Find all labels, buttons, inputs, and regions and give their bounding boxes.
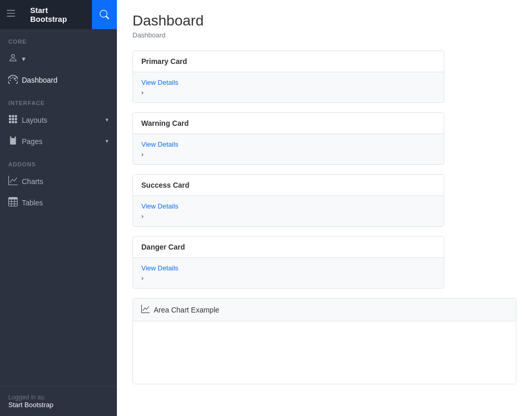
warning-card-chevron: › [141,150,435,158]
primary-card-link[interactable]: View Details [141,79,435,86]
danger-card-title: Danger Card [141,243,185,251]
section-label-core: CORE [0,29,117,48]
sidebar-item-tables-label: Tables [22,199,43,207]
sidebar: Start Bootstrap CORE ▾ Dashboard INTERFA… [0,0,117,416]
primary-card-body: View Details › [133,72,444,102]
sidebar-header: Start Bootstrap [0,0,117,29]
sidebar-item-pages-label: Pages [22,137,43,146]
success-card-header: Success Card [133,175,444,196]
success-card-title: Success Card [141,181,190,189]
danger-card: Danger Card View Details › [132,236,444,289]
warning-card-link[interactable]: View Details [141,140,435,148]
section-label-interface: INTERFACE [0,90,117,109]
primary-card-chevron: › [141,88,435,96]
chevron-down-icon: ▾ [105,138,109,145]
sidebar-item-dashboard[interactable]: Dashboard [0,69,117,90]
area-chart-body [133,321,516,384]
warning-card-body: View Details › [133,134,444,164]
layouts-icon [8,114,18,125]
dashboard-icon [8,74,18,85]
charts-icon [8,176,18,187]
username-label: Start Bootstrap [8,401,109,409]
user-label: ▾ [22,55,25,63]
sidebar-item-user[interactable]: ▾ [0,48,117,69]
sidebar-item-layouts-label: Layouts [22,116,47,124]
brand-name: Start Bootstrap [22,6,92,23]
primary-card-title: Primary Card [141,57,187,66]
area-chart-title: Area Chart Example [154,306,219,314]
sidebar-item-dashboard-label: Dashboard [22,76,58,84]
chevron-down-icon: ▾ [105,116,109,123]
warning-card-header: Warning Card [133,113,444,134]
success-card-chevron: › [141,212,435,220]
breadcrumb: Dashboard [132,31,516,39]
danger-card-body: View Details › [133,258,444,288]
sidebar-toggle-button[interactable] [0,0,22,29]
user-icon [8,53,18,64]
primary-card-header: Primary Card [133,51,444,72]
sidebar-item-tables[interactable]: Tables [0,192,117,213]
area-chart-icon [141,305,150,315]
success-card-link[interactable]: View Details [141,202,435,210]
sidebar-item-charts[interactable]: Charts [0,171,117,192]
logged-in-label: Logged in as: [8,394,109,401]
tables-icon [8,197,18,208]
area-chart-header: Area Chart Example [133,298,516,321]
pages-icon [8,136,18,147]
danger-card-header: Danger Card [133,237,444,258]
cards-container: Primary Card View Details › Warning Card… [132,50,516,289]
search-button[interactable] [92,0,117,29]
page-title: Dashboard [132,12,516,29]
warning-card-title: Warning Card [141,119,189,127]
danger-card-chevron: › [141,274,435,282]
success-card-body: View Details › [133,196,444,226]
success-card: Success Card View Details › [132,174,444,227]
main-content: Dashboard Dashboard Primary Card View De… [117,0,532,416]
section-label-addons: ADDONS [0,152,117,171]
danger-card-link[interactable]: View Details [141,264,435,272]
warning-card: Warning Card View Details › [132,112,444,165]
sidebar-item-layouts[interactable]: Layouts ▾ [0,109,117,131]
sidebar-item-pages[interactable]: Pages ▾ [0,131,117,152]
area-chart-card: Area Chart Example [132,298,516,384]
sidebar-item-charts-label: Charts [22,177,43,186]
primary-card: Primary Card View Details › [132,50,444,103]
sidebar-footer: Logged in as: Start Bootstrap [0,386,117,416]
